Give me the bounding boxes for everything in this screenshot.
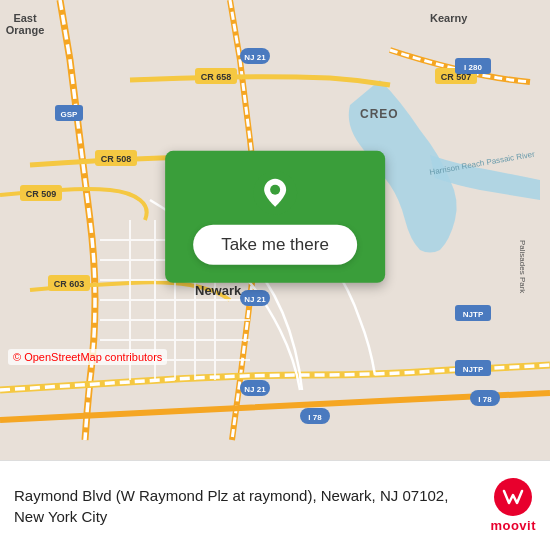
svg-text:NJ 21: NJ 21	[244, 385, 266, 394]
svg-text:East: East	[13, 12, 37, 24]
svg-text:I 280: I 280	[464, 63, 482, 72]
osm-credit: © OpenStreetMap contributors	[8, 349, 167, 365]
svg-text:CR 603: CR 603	[54, 279, 85, 289]
info-bar: Raymond Blvd (W Raymond Plz at raymond),…	[0, 460, 550, 550]
button-overlay: Take me there	[165, 151, 385, 283]
svg-text:NJ 21: NJ 21	[244, 295, 266, 304]
svg-point-49	[270, 185, 280, 195]
svg-text:CR 509: CR 509	[26, 189, 57, 199]
address-text: Raymond Blvd (W Raymond Plz at raymond),…	[14, 485, 490, 527]
svg-text:CR 508: CR 508	[101, 154, 132, 164]
svg-text:CREO: CREO	[360, 107, 399, 121]
svg-text:Orange: Orange	[6, 24, 45, 36]
moovit-icon	[494, 478, 532, 516]
map-container: Harrison Reach Passaic River	[0, 0, 550, 460]
svg-text:Kearny: Kearny	[430, 12, 468, 24]
take-me-there-button[interactable]: Take me there	[193, 225, 357, 265]
svg-text:I 78: I 78	[478, 395, 492, 404]
svg-text:NJ 21: NJ 21	[244, 53, 266, 62]
svg-text:NJTP: NJTP	[463, 310, 484, 319]
svg-text:NJTP: NJTP	[463, 365, 484, 374]
green-panel: Take me there	[165, 151, 385, 283]
location-pin-icon	[253, 171, 297, 215]
svg-text:Palisades Park: Palisades Park	[518, 240, 527, 294]
moovit-label: moovit	[490, 518, 536, 533]
svg-text:Newark: Newark	[195, 283, 242, 298]
moovit-logo: moovit	[490, 478, 536, 533]
svg-text:CR 658: CR 658	[201, 72, 232, 82]
svg-text:I 78: I 78	[308, 413, 322, 422]
svg-text:GSP: GSP	[61, 110, 79, 119]
